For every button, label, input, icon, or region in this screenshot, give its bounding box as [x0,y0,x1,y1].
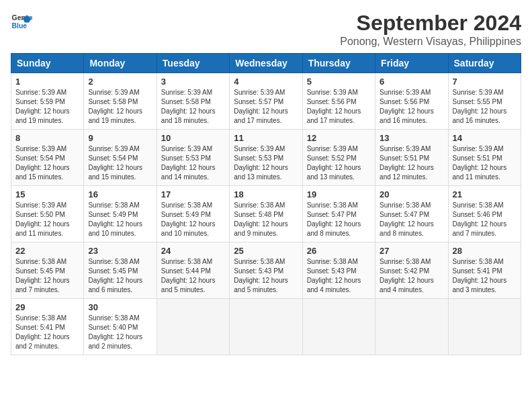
day-number: 2 [88,77,152,87]
day-number: 22 [15,246,79,256]
day-number: 9 [88,133,152,143]
day-number: 28 [453,246,517,256]
day-info: Sunrise: 5:38 AM Sunset: 5:43 PM Dayligh… [307,257,371,295]
calendar-day-15: 15Sunrise: 5:39 AM Sunset: 5:50 PM Dayli… [11,186,84,242]
day-number: 23 [88,246,152,256]
calendar-day-22: 22Sunrise: 5:38 AM Sunset: 5:45 PM Dayli… [11,242,84,299]
day-info: Sunrise: 5:39 AM Sunset: 5:53 PM Dayligh… [161,144,225,182]
calendar-header-monday: Monday [84,54,157,73]
calendar-header-thursday: Thursday [302,54,375,73]
calendar-day-9: 9Sunrise: 5:39 AM Sunset: 5:54 PM Daylig… [84,130,157,186]
calendar-header-friday: Friday [375,54,448,73]
title-block: September 2024 Ponong, Western Visayas, … [340,11,521,48]
day-number: 11 [234,133,298,143]
calendar-day-7: 7Sunrise: 5:39 AM Sunset: 5:55 PM Daylig… [448,73,521,130]
calendar-day-18: 18Sunrise: 5:38 AM Sunset: 5:48 PM Dayli… [230,186,302,242]
day-number: 20 [380,189,443,199]
day-number: 21 [453,189,517,199]
day-number: 27 [380,246,443,256]
calendar-day-24: 24Sunrise: 5:38 AM Sunset: 5:44 PM Dayli… [157,242,229,299]
day-info: Sunrise: 5:38 AM Sunset: 5:45 PM Dayligh… [88,257,152,295]
calendar-day-13: 13Sunrise: 5:39 AM Sunset: 5:51 PM Dayli… [375,130,448,186]
svg-text:Blue: Blue [12,22,28,30]
day-info: Sunrise: 5:38 AM Sunset: 5:42 PM Dayligh… [380,257,443,295]
page-header: General Blue September 2024 Ponong, West… [11,11,521,48]
day-info: Sunrise: 5:38 AM Sunset: 5:44 PM Dayligh… [161,257,225,295]
calendar-day-8: 8Sunrise: 5:39 AM Sunset: 5:54 PM Daylig… [11,130,84,186]
day-info: Sunrise: 5:38 AM Sunset: 5:49 PM Dayligh… [161,201,225,238]
day-info: Sunrise: 5:39 AM Sunset: 5:57 PM Dayligh… [234,88,298,126]
day-number: 13 [380,133,443,143]
day-info: Sunrise: 5:39 AM Sunset: 5:53 PM Dayligh… [234,144,298,182]
calendar-week-2: 8Sunrise: 5:39 AM Sunset: 5:54 PM Daylig… [11,130,521,186]
day-number: 14 [453,133,517,143]
day-number: 17 [161,189,225,199]
calendar-day-3: 3Sunrise: 5:39 AM Sunset: 5:58 PM Daylig… [157,73,229,130]
day-info: Sunrise: 5:38 AM Sunset: 5:41 PM Dayligh… [453,257,517,295]
calendar-week-5: 29Sunrise: 5:38 AM Sunset: 5:41 PM Dayli… [11,299,521,355]
day-number: 8 [15,133,79,143]
day-info: Sunrise: 5:39 AM Sunset: 5:55 PM Dayligh… [453,88,517,126]
calendar-day-12: 12Sunrise: 5:39 AM Sunset: 5:52 PM Dayli… [302,130,375,186]
day-number: 15 [15,189,79,199]
day-info: Sunrise: 5:39 AM Sunset: 5:52 PM Dayligh… [307,144,371,182]
day-number: 6 [380,77,443,87]
day-info: Sunrise: 5:39 AM Sunset: 5:54 PM Dayligh… [88,144,152,182]
calendar-day-23: 23Sunrise: 5:38 AM Sunset: 5:45 PM Dayli… [84,242,157,299]
calendar-day-empty [448,299,521,355]
calendar-header-tuesday: Tuesday [157,54,229,73]
day-info: Sunrise: 5:38 AM Sunset: 5:46 PM Dayligh… [453,201,517,238]
day-info: Sunrise: 5:39 AM Sunset: 5:51 PM Dayligh… [380,144,443,182]
calendar-week-1: 1Sunrise: 5:39 AM Sunset: 5:59 PM Daylig… [11,73,521,130]
calendar-day-21: 21Sunrise: 5:38 AM Sunset: 5:46 PM Dayli… [448,186,521,242]
calendar-day-26: 26Sunrise: 5:38 AM Sunset: 5:43 PM Dayli… [302,242,375,299]
calendar-day-28: 28Sunrise: 5:38 AM Sunset: 5:41 PM Dayli… [448,242,521,299]
logo-icon: General Blue [11,11,32,32]
day-info: Sunrise: 5:39 AM Sunset: 5:58 PM Dayligh… [88,88,152,126]
day-info: Sunrise: 5:39 AM Sunset: 5:58 PM Dayligh… [161,88,225,126]
day-number: 18 [234,189,298,199]
day-number: 19 [307,189,371,199]
calendar-day-16: 16Sunrise: 5:38 AM Sunset: 5:49 PM Dayli… [84,186,157,242]
day-number: 16 [88,189,152,199]
page-title: September 2024 [340,11,521,36]
day-number: 7 [453,77,517,87]
day-info: Sunrise: 5:38 AM Sunset: 5:45 PM Dayligh… [15,257,79,295]
calendar-day-20: 20Sunrise: 5:38 AM Sunset: 5:47 PM Dayli… [375,186,448,242]
day-number: 24 [161,246,225,256]
calendar-day-27: 27Sunrise: 5:38 AM Sunset: 5:42 PM Dayli… [375,242,448,299]
day-info: Sunrise: 5:38 AM Sunset: 5:49 PM Dayligh… [88,201,152,238]
logo: General Blue [11,11,32,32]
day-info: Sunrise: 5:39 AM Sunset: 5:59 PM Dayligh… [15,88,79,126]
calendar-week-3: 15Sunrise: 5:39 AM Sunset: 5:50 PM Dayli… [11,186,521,242]
calendar-day-14: 14Sunrise: 5:39 AM Sunset: 5:51 PM Dayli… [448,130,521,186]
day-info: Sunrise: 5:39 AM Sunset: 5:56 PM Dayligh… [307,88,371,126]
calendar-header-row: SundayMondayTuesdayWednesdayThursdayFrid… [11,54,521,73]
day-number: 1 [15,77,79,87]
calendar-header-saturday: Saturday [448,54,521,73]
calendar-day-6: 6Sunrise: 5:39 AM Sunset: 5:56 PM Daylig… [375,73,448,130]
calendar-table: SundayMondayTuesdayWednesdayThursdayFrid… [11,53,521,355]
calendar-day-29: 29Sunrise: 5:38 AM Sunset: 5:41 PM Dayli… [11,299,84,355]
calendar-day-4: 4Sunrise: 5:39 AM Sunset: 5:57 PM Daylig… [230,73,302,130]
calendar-day-1: 1Sunrise: 5:39 AM Sunset: 5:59 PM Daylig… [11,73,84,130]
calendar-day-17: 17Sunrise: 5:38 AM Sunset: 5:49 PM Dayli… [157,186,229,242]
day-info: Sunrise: 5:39 AM Sunset: 5:56 PM Dayligh… [380,88,443,126]
calendar-header-wednesday: Wednesday [230,54,302,73]
day-number: 4 [234,77,298,87]
page-subtitle: Ponong, Western Visayas, Philippines [340,36,521,48]
day-number: 26 [307,246,371,256]
calendar-header-sunday: Sunday [11,54,84,73]
day-info: Sunrise: 5:39 AM Sunset: 5:51 PM Dayligh… [453,144,517,182]
day-info: Sunrise: 5:38 AM Sunset: 5:41 PM Dayligh… [15,314,79,351]
day-number: 10 [161,133,225,143]
calendar-day-11: 11Sunrise: 5:39 AM Sunset: 5:53 PM Dayli… [230,130,302,186]
day-info: Sunrise: 5:39 AM Sunset: 5:50 PM Dayligh… [15,201,79,238]
calendar-day-25: 25Sunrise: 5:38 AM Sunset: 5:43 PM Dayli… [230,242,302,299]
calendar-day-10: 10Sunrise: 5:39 AM Sunset: 5:53 PM Dayli… [157,130,229,186]
day-number: 25 [234,246,298,256]
calendar-day-empty [157,299,229,355]
calendar-week-4: 22Sunrise: 5:38 AM Sunset: 5:45 PM Dayli… [11,242,521,299]
day-info: Sunrise: 5:38 AM Sunset: 5:40 PM Dayligh… [88,314,152,351]
day-number: 5 [307,77,371,87]
